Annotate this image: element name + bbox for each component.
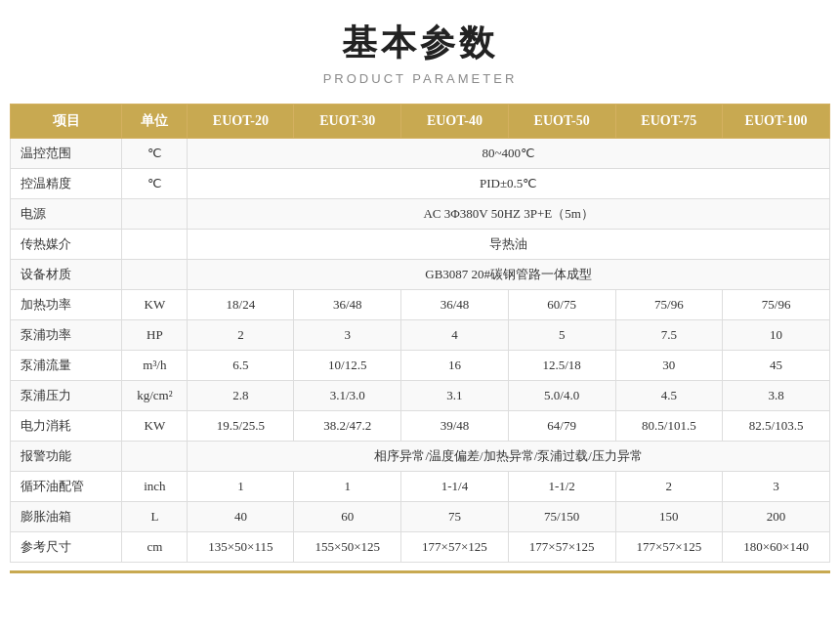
row-unit: cm (122, 532, 188, 563)
row-span-value: 80~400℃ (188, 139, 830, 169)
table-header-cell-7: EUOT-100 (723, 105, 830, 139)
table-row: 膨胀油箱L40607575/150150200 (11, 502, 830, 532)
table-row: 加热功率KW18/2436/4836/4860/7575/9675/96 (11, 290, 830, 320)
row-value-0: 40 (188, 502, 294, 532)
table-row: 泵浦压力kg/cm²2.83.1/3.03.15.0/4.04.53.8 (11, 381, 830, 411)
page-subtitle: PRODUCT PARAMETER (323, 71, 518, 86)
row-label: 循环油配管 (11, 472, 122, 502)
row-unit: ℃ (122, 169, 188, 199)
row-value-4: 75/96 (615, 290, 723, 320)
row-value-4: 4.5 (615, 381, 723, 411)
row-value-5: 10 (723, 320, 830, 351)
row-value-5: 200 (723, 502, 830, 532)
table-row: 循环油配管inch111-1/41-1/223 (11, 472, 830, 502)
table-header-cell-6: EUOT-75 (615, 105, 723, 139)
row-value-0: 6.5 (188, 351, 294, 381)
row-span-value: AC 3Φ380V 50HZ 3P+E（5m） (188, 199, 830, 230)
row-unit: KW (122, 290, 188, 320)
row-value-1: 3.1/3.0 (294, 381, 401, 411)
row-unit: KW (122, 411, 188, 442)
row-value-0: 18/24 (188, 290, 294, 320)
row-value-5: 75/96 (723, 290, 830, 320)
row-label: 传热媒介 (11, 230, 122, 260)
row-value-4: 2 (615, 472, 723, 502)
row-value-2: 3.1 (401, 381, 509, 411)
table-header-cell-1: 单位 (122, 105, 188, 139)
row-value-1: 10/12.5 (294, 351, 401, 381)
row-label: 加热功率 (11, 290, 122, 320)
table-row: 设备材质GB3087 20#碳钢管路一体成型 (11, 260, 830, 290)
row-label: 温控范围 (11, 139, 122, 169)
row-span-value: GB3087 20#碳钢管路一体成型 (188, 260, 830, 290)
table-header-cell-4: EUOT-40 (401, 105, 509, 139)
row-label: 泵浦功率 (11, 320, 122, 351)
row-span-value: PID±0.5℃ (188, 169, 830, 199)
table-header-cell-0: 项目 (11, 105, 122, 139)
table-row: 电源AC 3Φ380V 50HZ 3P+E（5m） (11, 199, 830, 230)
row-label: 参考尺寸 (11, 532, 122, 563)
row-value-4: 7.5 (615, 320, 723, 351)
row-value-3: 60/75 (508, 290, 615, 320)
row-label: 膨胀油箱 (11, 502, 122, 532)
row-label: 泵浦压力 (11, 381, 122, 411)
row-label: 设备材质 (11, 260, 122, 290)
parameter-table: 项目单位EUOT-20EUOT-30EUOT-40EUOT-50EUOT-75E… (10, 104, 830, 563)
row-value-3: 5 (508, 320, 615, 351)
row-unit (122, 199, 188, 230)
table-header-row: 项目单位EUOT-20EUOT-30EUOT-40EUOT-50EUOT-75E… (11, 105, 830, 139)
row-value-5: 3 (723, 472, 830, 502)
row-value-4: 80.5/101.5 (615, 411, 723, 442)
row-value-5: 82.5/103.5 (723, 411, 830, 442)
row-value-3: 1-1/2 (508, 472, 615, 502)
row-unit (122, 442, 188, 472)
row-value-5: 3.8 (723, 381, 830, 411)
row-span-value: 导热油 (188, 230, 830, 260)
row-value-2: 75 (401, 502, 509, 532)
row-label: 泵浦流量 (11, 351, 122, 381)
bottom-decorative-line (10, 570, 830, 573)
row-value-3: 12.5/18 (508, 351, 615, 381)
table-header-cell-2: EUOT-20 (188, 105, 294, 139)
row-value-3: 5.0/4.0 (508, 381, 615, 411)
row-value-1: 1 (294, 472, 401, 502)
table-row: 温控范围℃80~400℃ (11, 139, 830, 169)
row-label: 电源 (11, 199, 122, 230)
row-value-0: 1 (188, 472, 294, 502)
row-value-2: 1-1/4 (401, 472, 509, 502)
row-value-1: 38.2/47.2 (294, 411, 401, 442)
row-value-0: 135×50×115 (188, 532, 294, 563)
row-unit: ℃ (122, 139, 188, 169)
row-unit: inch (122, 472, 188, 502)
row-value-5: 180×60×140 (723, 532, 830, 563)
table-row: 泵浦功率HP23457.510 (11, 320, 830, 351)
table-row: 参考尺寸cm135×50×115155×50×125177×57×125177×… (11, 532, 830, 563)
row-value-4: 177×57×125 (615, 532, 723, 563)
row-value-2: 16 (401, 351, 509, 381)
row-value-4: 30 (615, 351, 723, 381)
row-value-1: 60 (294, 502, 401, 532)
row-label: 控温精度 (11, 169, 122, 199)
row-value-0: 2.8 (188, 381, 294, 411)
table-row: 控温精度℃PID±0.5℃ (11, 169, 830, 199)
row-unit: kg/cm² (122, 381, 188, 411)
row-value-1: 3 (294, 320, 401, 351)
row-value-3: 75/150 (508, 502, 615, 532)
row-unit (122, 230, 188, 260)
row-value-1: 36/48 (294, 290, 401, 320)
row-unit: HP (122, 320, 188, 351)
row-value-1: 155×50×125 (294, 532, 401, 563)
row-value-0: 19.5/25.5 (188, 411, 294, 442)
table-header-cell-5: EUOT-50 (508, 105, 615, 139)
table-row: 传热媒介导热油 (11, 230, 830, 260)
row-value-2: 39/48 (401, 411, 509, 442)
row-value-5: 45 (723, 351, 830, 381)
row-span-value: 相序异常/温度偏差/加热异常/泵浦过载/压力异常 (188, 442, 830, 472)
row-value-3: 64/79 (508, 411, 615, 442)
row-label: 电力消耗 (11, 411, 122, 442)
row-unit: L (122, 502, 188, 532)
table-body: 温控范围℃80~400℃控温精度℃PID±0.5℃电源AC 3Φ380V 50H… (11, 139, 830, 563)
table-row: 报警功能相序异常/温度偏差/加热异常/泵浦过载/压力异常 (11, 442, 830, 472)
row-value-0: 2 (188, 320, 294, 351)
row-value-2: 36/48 (401, 290, 509, 320)
table-header-cell-3: EUOT-30 (294, 105, 401, 139)
